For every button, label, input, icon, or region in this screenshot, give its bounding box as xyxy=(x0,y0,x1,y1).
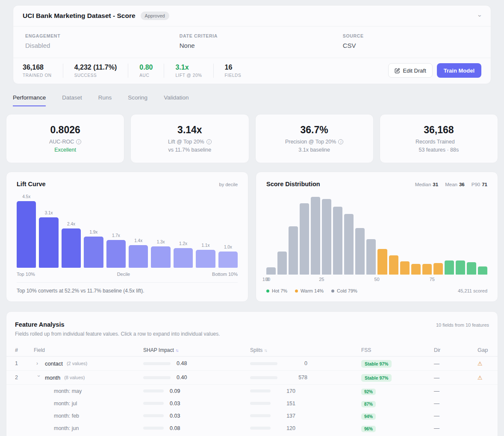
lift-bar-column: 1.1x xyxy=(196,194,215,268)
lift-bar[interactable] xyxy=(62,228,81,268)
lift-bar[interactable] xyxy=(106,240,126,268)
histogram-bar[interactable] xyxy=(355,228,365,275)
lift-bar[interactable] xyxy=(218,252,238,268)
edit-draft-label: Edit Draft xyxy=(403,67,426,74)
info-icon[interactable]: i xyxy=(76,139,81,144)
histogram-bar[interactable] xyxy=(411,264,421,275)
histogram-bar[interactable] xyxy=(322,199,331,275)
edit-pencil-icon xyxy=(395,68,400,73)
distribution-stat-label: P90 xyxy=(472,182,480,187)
row-chevron-icon[interactable]: › xyxy=(36,375,42,380)
splits-bar-track xyxy=(250,402,271,405)
metric-label-text: Lift @ Top 20% xyxy=(168,139,204,145)
tab[interactable]: Validation xyxy=(164,94,189,106)
legend-item: Cold 79% xyxy=(331,288,357,293)
table-row[interactable]: month: may 0.09 170 92% — xyxy=(6,385,498,397)
tab-bar: Performance Dataset Runs Scoring Validat… xyxy=(13,94,491,106)
shap-value: 0.40 xyxy=(177,375,187,380)
gap-cell: ⚠ xyxy=(472,375,498,381)
train-model-button[interactable]: Train Model xyxy=(437,63,481,78)
shap-cell: 0.08 xyxy=(143,425,250,431)
metric-label-text: AUC-ROC xyxy=(49,139,74,145)
table-row[interactable]: month: jul 0.03 151 87% — xyxy=(6,397,498,410)
histogram-bar[interactable] xyxy=(333,207,342,275)
row-number: 2 xyxy=(6,375,34,380)
shap-bar-track xyxy=(143,376,171,379)
col-header-splits[interactable]: Splits ↑↓ xyxy=(250,347,361,353)
gap-cell: ⚠ xyxy=(472,360,498,367)
lift-bar[interactable] xyxy=(17,201,36,268)
histogram-bar[interactable] xyxy=(422,264,432,275)
field-cell: › month (8 values) xyxy=(34,375,143,381)
histogram-bar[interactable] xyxy=(389,255,398,275)
fss-badge: 87% xyxy=(361,401,376,407)
histogram-bar[interactable] xyxy=(300,203,309,275)
table-row[interactable]: 2 › month (8 values) 0.40 578 Stable 97%… xyxy=(6,371,498,385)
col-header-shap-label: SHAP Impact xyxy=(143,347,174,353)
lift-bar[interactable] xyxy=(151,246,170,268)
legend-label: Hot 7% xyxy=(272,288,287,293)
sort-icon-shap[interactable]: ↑↓ xyxy=(175,348,178,353)
distribution-stat: Median31 xyxy=(415,182,439,187)
table-row[interactable]: month: feb 0.03 137 94% — xyxy=(6,410,498,422)
histogram-bar[interactable] xyxy=(467,262,476,275)
row-chevron-icon[interactable]: › xyxy=(36,360,41,366)
shap-bar-track xyxy=(143,389,164,392)
edit-draft-button[interactable]: Edit Draft xyxy=(388,63,433,78)
chevron-down-icon[interactable]: › xyxy=(477,15,484,17)
feature-analysis-meta: 10 fields from 10 features xyxy=(436,322,489,328)
lift-curve-header: Lift Curve by decile xyxy=(17,181,238,187)
distribution-stat: Mean36 xyxy=(445,182,465,187)
tab[interactable]: Scoring xyxy=(128,94,147,106)
lift-bar[interactable] xyxy=(174,248,193,268)
lift-bar[interactable] xyxy=(196,250,215,268)
score-distribution-title: Score Distribution xyxy=(266,181,320,187)
field-name: month: feb xyxy=(54,413,79,419)
x-tick-label: 50 xyxy=(374,277,379,282)
histogram-bar[interactable] xyxy=(289,226,298,275)
tab[interactable]: Runs xyxy=(98,94,112,106)
lift-bar[interactable] xyxy=(39,217,58,268)
shap-value: 0.03 xyxy=(170,401,180,407)
histogram-bar[interactable] xyxy=(366,239,376,275)
histogram-bar[interactable] xyxy=(266,267,276,275)
col-header-gap: Gap xyxy=(472,347,498,353)
stat-item: 36,168 TRAINED ON xyxy=(23,64,63,78)
lift-bar-column: 1.0x xyxy=(218,194,238,268)
metric-subtext: vs 11.7% baseline xyxy=(138,147,242,153)
model-meta: ENGAGEMENT Disabled DATE CRITERIA None S… xyxy=(13,26,491,58)
fss-badge: 96% xyxy=(361,426,376,432)
histogram-bar[interactable] xyxy=(377,249,387,275)
histogram-bar[interactable] xyxy=(456,260,465,275)
legend-item: Warm 14% xyxy=(295,288,324,293)
lift-bar-column: 1.2x xyxy=(174,194,193,268)
lift-bar[interactable] xyxy=(129,245,148,268)
histogram-bar[interactable] xyxy=(277,252,287,275)
tab[interactable]: Performance xyxy=(13,94,46,106)
metric-value: 0.8026 xyxy=(13,124,117,136)
col-header-shap[interactable]: SHAP Impact ↑↓ xyxy=(143,347,250,353)
row-number: 1 xyxy=(6,360,34,366)
lift-bar[interactable] xyxy=(84,237,103,268)
table-row[interactable]: month: apr 0.05 0 90% — xyxy=(6,434,498,436)
histogram-bar[interactable] xyxy=(478,266,487,275)
stat-label: LIFT @ 20% xyxy=(175,73,202,78)
lift-bar-column: 1.9x xyxy=(84,194,103,268)
info-icon[interactable]: i xyxy=(206,139,212,144)
info-icon[interactable]: i xyxy=(338,139,343,144)
table-row[interactable]: 1 › contact (2 values) 0.48 0 Stable 97%… xyxy=(6,357,498,371)
histogram-bar[interactable] xyxy=(400,261,410,275)
splits-value: 120 xyxy=(277,425,295,431)
stat-value: 16 xyxy=(225,64,242,71)
histogram-bar[interactable] xyxy=(445,260,454,275)
sort-icon-splits[interactable]: ↑↓ xyxy=(264,348,267,353)
histogram-bar[interactable] xyxy=(344,214,354,275)
shap-bar-track xyxy=(143,414,164,417)
table-row[interactable]: month: jun 0.08 120 96% — xyxy=(6,422,498,434)
histogram-bar[interactable] xyxy=(311,197,320,275)
meta-item: SOURCE CSV xyxy=(343,33,479,49)
scored-count: 45,211 scored xyxy=(458,288,487,293)
meta-value: None xyxy=(180,42,343,49)
tab[interactable]: Dataset xyxy=(62,94,82,106)
histogram-bar[interactable] xyxy=(433,263,443,275)
